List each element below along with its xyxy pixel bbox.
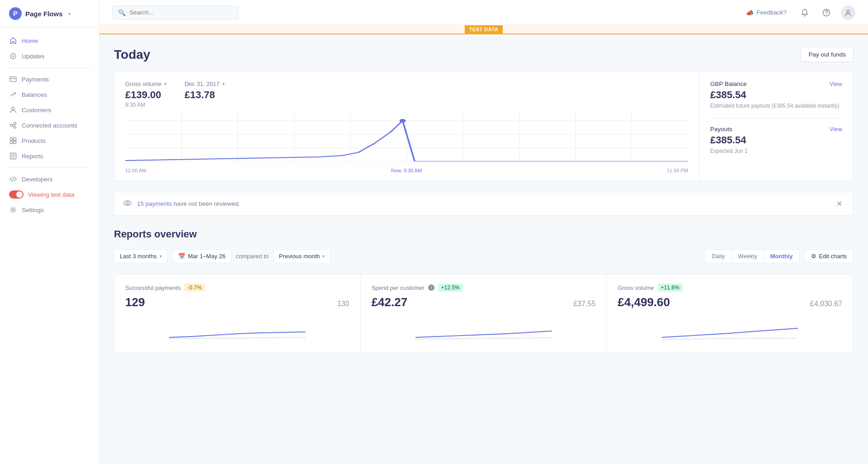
viewing-test-label: Viewing test data bbox=[28, 191, 75, 198]
report-card-main-value: 129 bbox=[125, 295, 145, 309]
sidebar-divider bbox=[7, 67, 92, 68]
gross-volume-time: 9:30 AM bbox=[125, 102, 166, 108]
sidebar-item-connected[interactable]: Connected accounts bbox=[0, 118, 99, 133]
compare-period-button[interactable]: Previous month ▾ bbox=[273, 249, 330, 263]
pay-out-button[interactable]: Pay out funds bbox=[801, 47, 854, 62]
sidebar-item-developers[interactable]: Developers bbox=[0, 171, 99, 187]
notification-body: have not been reviewed. bbox=[172, 200, 240, 207]
svg-line-8 bbox=[13, 124, 14, 125]
gross-volume-label[interactable]: Gross volume ▾ bbox=[125, 80, 166, 87]
reports-overview: Reports overview Last 3 months ▾ 📅 Mar 1… bbox=[114, 228, 854, 353]
svg-rect-13 bbox=[14, 141, 16, 144]
notifications-button[interactable] bbox=[797, 5, 812, 20]
chevron-down-icon: ▾ bbox=[322, 254, 325, 259]
report-card-spend: Spend per customer i +12.5% £42.27 £37.5… bbox=[361, 275, 607, 352]
edit-charts-button[interactable]: ⚙ Edit charts bbox=[804, 249, 854, 263]
gear-icon: ⚙ bbox=[811, 253, 816, 260]
notification-text: 15 payments have not been reviewed. bbox=[137, 200, 829, 207]
chevron-down-icon: ▾ bbox=[160, 254, 162, 259]
sidebar-item-updates[interactable]: Updates bbox=[0, 48, 99, 64]
header-actions: 📣 Feedback? bbox=[742, 5, 855, 20]
search-icon: 🔍 bbox=[118, 9, 126, 16]
eye-icon bbox=[123, 199, 132, 209]
svg-point-19 bbox=[12, 209, 14, 211]
sidebar-item-products[interactable]: Products bbox=[0, 133, 99, 148]
content-area: TEST DATA Today Pay out funds Gross volu… bbox=[99, 25, 868, 464]
balance-view-link[interactable]: View bbox=[830, 80, 842, 87]
test-data-toggle[interactable] bbox=[9, 190, 24, 199]
search-box[interactable]: 🔍 bbox=[112, 5, 239, 20]
svg-point-1 bbox=[12, 55, 14, 57]
date-range-button[interactable]: 📅 Mar 1–May 26 bbox=[172, 249, 231, 263]
svg-rect-12 bbox=[10, 141, 13, 144]
feedback-button[interactable]: 📣 Feedback? bbox=[742, 6, 790, 19]
sidebar-item-reports[interactable]: Reports bbox=[0, 148, 99, 164]
date-label[interactable]: Dec 31, 2017 ▾ bbox=[184, 80, 224, 87]
settings-icon bbox=[9, 206, 17, 214]
date-value: £13.78 bbox=[184, 89, 224, 101]
products-icon bbox=[9, 137, 17, 145]
header: 🔍 📣 Feedback? bbox=[99, 0, 868, 25]
report-card-label: Gross volume bbox=[618, 284, 654, 291]
app-name: Page Flows bbox=[25, 10, 63, 18]
svg-point-7 bbox=[14, 126, 16, 128]
chart-x-mid: Now, 9:30 AM bbox=[391, 168, 422, 173]
avatar[interactable] bbox=[841, 5, 855, 20]
period-filter-button[interactable]: Last 3 months ▾ bbox=[114, 249, 168, 263]
balance-section: GBP Balance View £385.54 Estimated futur… bbox=[699, 71, 853, 180]
report-cards: Successful payments -0.7% 129 130 bbox=[114, 274, 854, 353]
balance-amount: £385.54 bbox=[710, 89, 842, 101]
megaphone-icon: 📣 bbox=[746, 9, 754, 16]
time-group: Daily Weekly Monthly bbox=[705, 249, 799, 263]
help-button[interactable] bbox=[819, 5, 834, 20]
report-card-label: Spend per customer bbox=[372, 284, 425, 291]
page-title: Today bbox=[114, 47, 150, 62]
sidebar-item-label: Customers bbox=[22, 107, 51, 114]
report-card-values: 129 130 bbox=[125, 295, 349, 309]
daily-button[interactable]: Daily bbox=[705, 250, 731, 263]
reports-icon bbox=[9, 152, 17, 160]
weekly-button[interactable]: Weekly bbox=[731, 250, 764, 263]
sidebar-item-payments[interactable]: Payments bbox=[0, 71, 99, 87]
payouts-view-link[interactable]: View bbox=[830, 126, 842, 133]
svg-point-38 bbox=[127, 202, 129, 204]
payments-icon bbox=[9, 75, 17, 83]
date-metric: Dec 31, 2017 ▾ £13.78 bbox=[184, 80, 224, 101]
svg-point-5 bbox=[10, 124, 13, 127]
sidebar-item-customers[interactable]: Customers bbox=[0, 102, 99, 118]
notification-link[interactable]: 15 payments bbox=[137, 200, 172, 207]
line-chart bbox=[125, 112, 688, 161]
sidebar-item-label: Connected accounts bbox=[22, 122, 77, 129]
test-data-badge: TEST DATA bbox=[465, 25, 503, 33]
period-label: Last 3 months bbox=[120, 253, 157, 260]
svg-line-9 bbox=[13, 126, 14, 127]
sidebar-item-settings[interactable]: Settings bbox=[0, 202, 99, 218]
report-card-header: Gross volume +11.6% bbox=[618, 284, 842, 292]
mini-chart bbox=[618, 315, 842, 342]
reports-controls: Last 3 months ▾ 📅 Mar 1–May 26 compared … bbox=[114, 249, 854, 263]
sidebar-logo[interactable]: P Page Flows ▾ bbox=[0, 0, 99, 28]
sidebar-item-label: Updates bbox=[22, 53, 44, 60]
payouts-amount: £385.54 bbox=[710, 134, 842, 146]
info-icon[interactable]: i bbox=[428, 284, 434, 291]
svg-line-18 bbox=[13, 177, 14, 181]
report-card-compare-value: £4,030.67 bbox=[810, 300, 842, 308]
compare-period-label: Previous month bbox=[279, 253, 320, 260]
page-content: Today Pay out funds Gross volume ▾ £139.… bbox=[99, 34, 868, 365]
close-icon[interactable]: ✕ bbox=[835, 199, 844, 209]
report-card-values: £42.27 £37.55 bbox=[372, 295, 596, 309]
feedback-label: Feedback? bbox=[756, 9, 787, 16]
sidebar-item-home[interactable]: Home bbox=[0, 33, 99, 48]
svg-point-6 bbox=[14, 123, 16, 125]
sidebar-item-balances[interactable]: Balances bbox=[0, 87, 99, 102]
chevron-down-icon: ▾ bbox=[164, 81, 166, 86]
viewing-test-data[interactable]: Viewing test data bbox=[0, 187, 99, 202]
edit-charts-label: Edit charts bbox=[819, 253, 847, 260]
svg-rect-10 bbox=[10, 138, 13, 141]
search-input[interactable] bbox=[129, 9, 233, 16]
sidebar-item-label: Balances bbox=[22, 91, 47, 98]
developers-icon bbox=[9, 175, 17, 183]
gross-volume-metric: Gross volume ▾ £139.00 9:30 AM bbox=[125, 80, 166, 108]
monthly-button[interactable]: Monthly bbox=[764, 250, 799, 263]
report-badge: +11.6% bbox=[658, 284, 683, 292]
